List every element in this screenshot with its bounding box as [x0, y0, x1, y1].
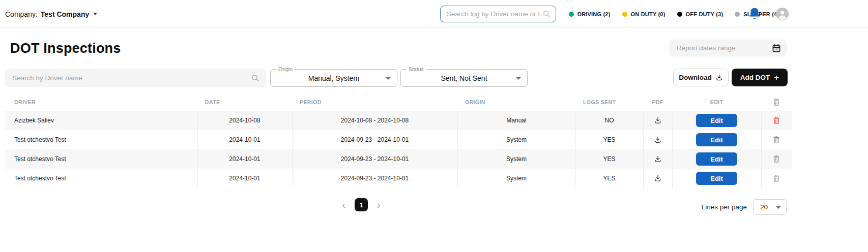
- pagination: ‹ 1 ›: [0, 198, 722, 211]
- status-off-duty: OFF DUTY (3): [677, 11, 724, 17]
- chevron-down-icon: [386, 77, 391, 80]
- cell-date: 2024-10-01: [197, 130, 292, 149]
- delete-row-button[interactable]: [771, 173, 782, 183]
- download-button-label: Download: [679, 74, 712, 81]
- pdf-download-button[interactable]: [653, 173, 663, 183]
- cell-date: 2024-10-01: [197, 149, 292, 169]
- on-duty-dot-icon: [622, 12, 627, 17]
- status-on-duty-label: ON DUTY (0): [631, 11, 666, 17]
- download-icon: [715, 74, 723, 81]
- column-header-logs-sent: LOGS SENT: [575, 96, 643, 111]
- column-header-origin: ORIGIN: [457, 96, 575, 111]
- status-driving-label: DRIVING (2): [577, 11, 611, 17]
- log-search-box: [440, 6, 556, 22]
- chevron-down-icon: [93, 13, 97, 15]
- edit-button[interactable]: Edit: [696, 152, 737, 166]
- bell-icon: [748, 7, 761, 21]
- pdf-download-button[interactable]: [653, 115, 663, 125]
- company-name: Test Company: [41, 10, 89, 18]
- lines-per-page: Lines per page 20: [702, 199, 787, 215]
- lines-per-page-label: Lines per page: [702, 203, 747, 211]
- pdf-download-button[interactable]: [653, 135, 663, 145]
- table-row: Test otchestvo Test 2024-10-01 2024-09-2…: [5, 149, 792, 169]
- cell-origin: System: [457, 130, 575, 149]
- delete-row-button[interactable]: [771, 154, 782, 164]
- add-dot-button[interactable]: Add DOT +: [732, 69, 788, 86]
- cell-origin: System: [457, 169, 575, 188]
- off-duty-dot-icon: [677, 12, 682, 17]
- person-icon: [776, 8, 789, 20]
- user-avatar[interactable]: [776, 8, 789, 20]
- table-row: Azizbek Saliev 2024-10-08 2024-10-08 - 2…: [5, 111, 792, 130]
- next-page-button[interactable]: ›: [375, 199, 383, 211]
- cell-logs-sent: YES: [575, 169, 643, 188]
- column-header-delete: [761, 96, 792, 111]
- trash-icon: [772, 98, 780, 106]
- cell-period: 2024-09-23 - 2024-10-01: [292, 169, 457, 188]
- cell-driver: Test otchestvo Test: [5, 149, 197, 169]
- download-icon: [654, 116, 662, 124]
- calendar-icon[interactable]: [772, 44, 781, 53]
- download-icon: [654, 136, 662, 144]
- column-header-period: PERIOD: [292, 96, 457, 111]
- company-selector[interactable]: Company: Test Company: [5, 0, 97, 28]
- edit-button[interactable]: Edit: [696, 133, 737, 146]
- previous-page-button[interactable]: ‹: [340, 199, 348, 211]
- chevron-down-icon: [516, 77, 521, 80]
- lines-per-page-select[interactable]: 20: [753, 199, 787, 215]
- company-label: Company:: [5, 10, 38, 18]
- current-page-button[interactable]: 1: [355, 198, 368, 211]
- download-icon: [654, 174, 662, 182]
- plus-icon: +: [774, 73, 779, 82]
- status-select[interactable]: Status Sent, Not Sent: [400, 69, 528, 87]
- search-icon: [542, 10, 551, 18]
- delete-row-button[interactable]: [771, 135, 782, 145]
- download-button[interactable]: Download: [673, 69, 729, 86]
- pdf-download-button[interactable]: [653, 154, 663, 164]
- dot-inspections-table: DRIVER DATE PERIOD ORIGIN LOGS SENT PDF …: [5, 96, 792, 188]
- driver-search-input[interactable]: [5, 74, 251, 82]
- status-driving: DRIVING (2): [569, 11, 611, 17]
- status-select-value: Sent, Not Sent: [441, 74, 487, 82]
- lines-per-page-value: 20: [754, 203, 768, 211]
- column-header-date: DATE: [197, 96, 292, 111]
- origin-select[interactable]: Origin Manual, System: [270, 69, 397, 87]
- trash-icon: [772, 174, 780, 182]
- cell-logs-sent: YES: [575, 130, 643, 149]
- delete-all-button[interactable]: [771, 97, 782, 107]
- cell-logs-sent: YES: [575, 149, 643, 169]
- report-dates-range-input[interactable]: [670, 44, 772, 52]
- trash-icon: [772, 155, 780, 163]
- cell-period: 2024-09-23 - 2024-10-01: [292, 130, 457, 149]
- log-search-input[interactable]: [441, 10, 542, 18]
- chevron-down-icon: [776, 206, 781, 209]
- search-icon: [251, 74, 260, 83]
- column-header-driver: DRIVER: [5, 96, 197, 111]
- cell-driver: Azizbek Saliev: [5, 111, 197, 130]
- cell-period: 2024-09-23 - 2024-10-01: [292, 149, 457, 169]
- edit-button[interactable]: Edit: [696, 114, 737, 127]
- add-dot-button-label: Add DOT: [740, 74, 770, 81]
- dot-inspections-page: Company: Test Company DRIVING (2) ON DUT…: [0, 0, 868, 252]
- trash-icon: [772, 116, 780, 124]
- notifications-button[interactable]: [748, 7, 761, 21]
- page-title: DOT Inspections: [10, 41, 121, 56]
- cell-origin: Manual: [457, 111, 575, 130]
- driving-dot-icon: [569, 12, 574, 17]
- cell-driver: Test otchestvo Test: [5, 169, 197, 188]
- status-select-label: Status: [407, 66, 426, 72]
- status-on-duty: ON DUTY (0): [622, 11, 666, 17]
- origin-select-label: Origin: [276, 66, 295, 72]
- cell-logs-sent: NO: [575, 111, 643, 130]
- table-header-row: DRIVER DATE PERIOD ORIGIN LOGS SENT PDF …: [5, 96, 792, 111]
- cell-date: 2024-10-08: [197, 111, 292, 130]
- trash-icon: [772, 136, 780, 144]
- column-header-pdf: PDF: [643, 96, 672, 111]
- cell-origin: System: [457, 149, 575, 169]
- status-off-duty-label: OFF DUTY (3): [686, 11, 724, 17]
- origin-select-value: Manual, System: [308, 74, 359, 82]
- cell-date: 2024-10-01: [197, 169, 292, 188]
- delete-row-button[interactable]: [771, 115, 782, 125]
- top-bar: Company: Test Company DRIVING (2) ON DUT…: [0, 0, 868, 28]
- edit-button[interactable]: Edit: [696, 172, 737, 185]
